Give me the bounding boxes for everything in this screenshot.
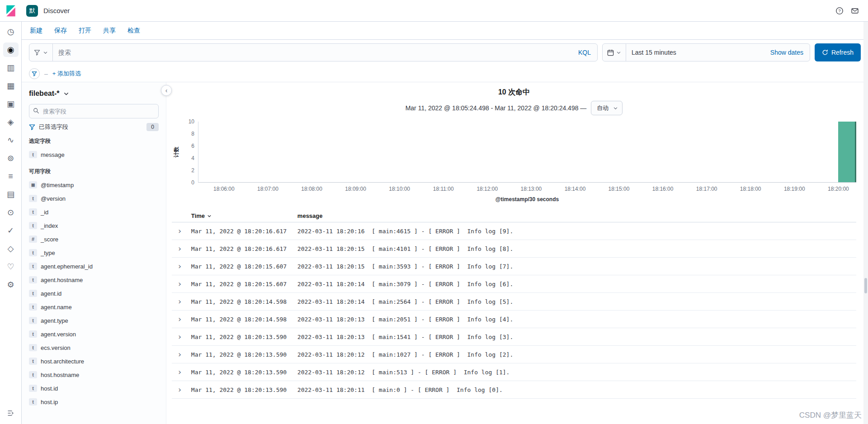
saved-query-button[interactable] bbox=[29, 44, 53, 61]
field-@timestamp[interactable]: ▦@timestamp bbox=[29, 178, 159, 192]
field-host.ip[interactable]: thost.ip bbox=[29, 395, 159, 409]
nav-uptime[interactable]: ✓ bbox=[3, 223, 19, 238]
add-filter-link[interactable]: + 添加筛选 bbox=[52, 70, 81, 78]
field-type-string-icon: t bbox=[29, 222, 37, 229]
expand-row-button[interactable]: › bbox=[175, 368, 184, 376]
doc-message: 2022-03-11 18:20:14 [ main:3079 ] - [ ER… bbox=[294, 275, 856, 293]
histogram-bar[interactable] bbox=[838, 122, 856, 182]
histogram-chart: 计数 1086420 18:06:0018:07:0018:08:0018:09… bbox=[172, 122, 856, 203]
scrollbar-thumb[interactable] bbox=[864, 278, 867, 293]
refresh-button[interactable]: Refresh bbox=[815, 43, 861, 61]
x-tick-label: 18:18:00 bbox=[740, 186, 761, 192]
space-badge[interactable]: 默 bbox=[26, 5, 38, 17]
filter-bar: – + 添加筛选 bbox=[22, 65, 868, 82]
nav-metrics[interactable]: ≡ bbox=[3, 169, 19, 184]
expand-row-button[interactable]: › bbox=[175, 333, 184, 341]
doc-message: 2022-03-11 18:20:12 [ main:1027 ] - [ ER… bbox=[294, 346, 856, 363]
help-button[interactable]: ? bbox=[832, 3, 847, 19]
menu-item-save[interactable]: 保存 bbox=[54, 27, 67, 35]
search-input[interactable] bbox=[53, 44, 572, 61]
time-range-button[interactable]: Last 15 minutes bbox=[626, 49, 764, 56]
nav-dashboard[interactable]: ▦ bbox=[3, 79, 19, 93]
y-tick-label: 10 bbox=[189, 118, 194, 125]
field-agent.type[interactable]: tagent.type bbox=[29, 314, 159, 327]
chevron-down-icon bbox=[616, 50, 621, 55]
interval-value: 自动 bbox=[597, 104, 609, 112]
filtered-fields-toggle[interactable]: 已筛选字段 0 bbox=[29, 123, 159, 131]
uptime-icon: ✓ bbox=[7, 226, 14, 235]
time-range-text: Mar 11, 2022 @ 18:05:24.498 - Mar 11, 20… bbox=[406, 104, 587, 112]
field-type-string-icon: t bbox=[29, 344, 37, 351]
filter-options-button[interactable] bbox=[29, 68, 40, 79]
field-_score[interactable]: #_score bbox=[29, 232, 159, 246]
expand-row-button[interactable]: › bbox=[175, 297, 184, 306]
menu-item-share[interactable]: 共享 bbox=[103, 27, 116, 35]
newsfeed-button[interactable] bbox=[847, 3, 863, 19]
show-dates-button[interactable]: Show dates bbox=[764, 49, 810, 56]
expand-row-button[interactable]: › bbox=[175, 262, 184, 270]
hits-label: 次命中 bbox=[508, 88, 530, 96]
field-ecs.version[interactable]: tecs.version bbox=[29, 341, 159, 354]
nav-apm[interactable]: ⊙ bbox=[3, 205, 19, 220]
time-column-header[interactable]: Time bbox=[188, 210, 294, 222]
field-agent.ephemeral_id[interactable]: tagent.ephemeral_id bbox=[29, 259, 159, 273]
field-_id[interactable]: t_id bbox=[29, 205, 159, 219]
field-host.id[interactable]: thost.id bbox=[29, 382, 159, 395]
expand-row-button[interactable]: › bbox=[175, 315, 184, 323]
expand-column-header bbox=[172, 210, 188, 222]
field-_index[interactable]: t_index bbox=[29, 219, 159, 232]
field-host.architecture[interactable]: thost.architecture bbox=[29, 354, 159, 368]
nav-recently-viewed[interactable]: ◷ bbox=[3, 24, 19, 39]
kql-toggle[interactable]: KQL bbox=[572, 49, 597, 56]
nav-siem[interactable]: ◇ bbox=[3, 241, 19, 256]
nav-visualize[interactable]: ▥ bbox=[3, 61, 19, 75]
field-host.hostname[interactable]: thost.hostname bbox=[29, 368, 159, 382]
menu-item-new[interactable]: 新建 bbox=[30, 27, 42, 35]
nav-logs[interactable]: ▤ bbox=[3, 187, 19, 202]
nav-machine-learning[interactable]: ∿ bbox=[3, 133, 19, 147]
x-tick-label: 18:20:00 bbox=[828, 186, 849, 192]
table-row: ›Mar 11, 2022 @ 18:20:15.6072022-03-11 1… bbox=[172, 258, 856, 275]
chevron-down-icon bbox=[613, 106, 618, 111]
field-search-input[interactable] bbox=[29, 104, 159, 118]
index-pattern-selector[interactable]: filebeat-* bbox=[29, 87, 159, 100]
field-name: agent.id bbox=[41, 290, 61, 297]
nav-discover[interactable]: ◉ bbox=[3, 42, 19, 57]
fields-sidebar: filebeat-* 已筛选字段 bbox=[22, 82, 166, 424]
table-row: ›Mar 11, 2022 @ 18:20:14.5982022-03-11 1… bbox=[172, 311, 856, 328]
field-agent.version[interactable]: tagent.version bbox=[29, 327, 159, 341]
nav-maps[interactable]: ◈ bbox=[3, 115, 19, 129]
field-@version[interactable]: t@version bbox=[29, 192, 159, 205]
menu-item-open[interactable]: 打开 bbox=[79, 27, 91, 35]
kibana-logo[interactable] bbox=[0, 0, 22, 22]
field-agent.hostname[interactable]: tagent.hostname bbox=[29, 273, 159, 287]
expand-row-button[interactable]: › bbox=[175, 280, 184, 288]
expand-row-button[interactable]: › bbox=[175, 386, 184, 394]
nav-graph[interactable]: ⊚ bbox=[3, 151, 19, 165]
interval-select[interactable]: 自动 bbox=[591, 101, 623, 115]
field-message[interactable]: tmessage bbox=[29, 148, 159, 161]
field-agent.name[interactable]: tagent.name bbox=[29, 300, 159, 314]
expand-row-button[interactable]: › bbox=[175, 350, 184, 358]
expand-row-button[interactable]: › bbox=[175, 245, 184, 253]
x-axis-title: @timestamp/30 seconds bbox=[198, 193, 856, 203]
y-tick-label: 8 bbox=[191, 131, 194, 137]
field-name: agent.version bbox=[41, 331, 76, 338]
expand-row-button[interactable]: › bbox=[175, 227, 184, 235]
doc-time: Mar 11, 2022 @ 18:20:13.590 bbox=[188, 363, 294, 381]
calendar-button[interactable] bbox=[603, 44, 626, 61]
field-_type[interactable]: t_type bbox=[29, 246, 159, 259]
menu-item-inspect[interactable]: 检查 bbox=[127, 27, 140, 35]
field-name: @timestamp bbox=[41, 182, 74, 188]
index-pattern-name: filebeat-* bbox=[29, 90, 60, 98]
nav-canvas[interactable]: ▣ bbox=[3, 97, 19, 111]
collapse-sidebar-button[interactable]: ‹ bbox=[161, 85, 172, 96]
table-row: ›Mar 11, 2022 @ 18:20:14.5982022-03-11 1… bbox=[172, 293, 856, 311]
apm-icon: ⊙ bbox=[7, 208, 14, 217]
collapse-nav-button[interactable] bbox=[3, 406, 19, 420]
nav-management[interactable]: ⚙ bbox=[3, 278, 19, 292]
nav-stack-monitoring[interactable]: ♡ bbox=[3, 259, 19, 274]
x-tick-label: 18:09:00 bbox=[345, 186, 366, 192]
field-agent.id[interactable]: tagent.id bbox=[29, 287, 159, 300]
x-tick-label: 18:12:00 bbox=[476, 186, 498, 192]
